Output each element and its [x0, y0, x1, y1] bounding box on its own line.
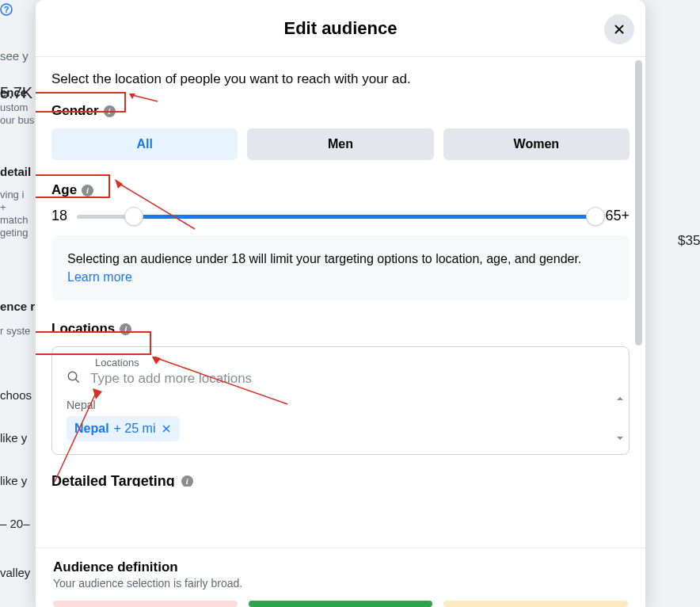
age-note-box: Selecting an audience under 18 will limi… [51, 235, 630, 300]
bg-text: like y [0, 474, 27, 487]
info-icon[interactable]: i [82, 185, 93, 197]
close-icon [612, 22, 626, 36]
bg-text: valley [0, 566, 30, 579]
bg-text: ence r [0, 300, 35, 313]
learn-more-link[interactable]: Learn more [67, 270, 132, 284]
gender-women-button[interactable]: Women [443, 128, 630, 160]
locations-field-label: Locations [95, 357, 614, 368]
gender-options: All Men Women [51, 128, 630, 160]
age-slider-row: 18 65+ [51, 208, 630, 224]
detailed-targeting-row: Detailed Targeting i [51, 475, 630, 487]
bg-text: detail [0, 165, 31, 178]
intro-text: Select the location of people you want t… [51, 71, 630, 87]
bg-text: + [0, 201, 6, 213]
svg-line-4 [132, 95, 158, 101]
location-chip[interactable]: Nepal + 25 mi [67, 416, 180, 441]
search-icon [67, 370, 81, 387]
locations-box: Locations Nepal Nepal + 25 mi [51, 346, 630, 455]
scrollbar[interactable] [635, 60, 642, 345]
gender-label: Gender [51, 103, 99, 119]
bg-text: match [0, 214, 28, 226]
age-min-value: 18 [51, 208, 67, 224]
bg-text: like y [0, 431, 27, 445]
bg-text: choos [0, 388, 32, 402]
svg-text:?: ? [4, 5, 10, 14]
help-icon: ? [0, 3, 13, 16]
modal-title: Edit audience [283, 18, 397, 39]
age-max-value: 65+ [605, 208, 630, 224]
bg-text: r syste [0, 325, 30, 337]
chip-name: Nepal [74, 422, 109, 436]
slider-handle-min[interactable] [124, 207, 143, 226]
age-slider[interactable] [77, 208, 595, 224]
bg-text: ving i [0, 189, 24, 200]
slider-fill [134, 215, 595, 219]
age-label: Age [51, 182, 77, 198]
bg-text: – 20– [0, 517, 30, 530]
meter-segment-specific [53, 601, 238, 607]
meter-segment-broad [443, 601, 628, 607]
chip-radius: + 25 mi [114, 422, 156, 436]
bg-text: ustom [0, 101, 28, 113]
bg-text: our bus [0, 114, 34, 126]
close-button[interactable] [604, 14, 634, 44]
age-label-row: Age i [51, 182, 630, 198]
slider-handle-max[interactable] [586, 207, 605, 226]
svg-line-3 [75, 380, 79, 384]
age-note-text: Selecting an audience under 18 will limi… [67, 252, 581, 265]
locations-input[interactable] [89, 370, 614, 387]
svg-marker-5 [129, 94, 135, 99]
gender-men-button[interactable]: Men [247, 128, 433, 160]
info-icon[interactable]: i [181, 475, 193, 487]
gender-all-button[interactable]: All [51, 128, 238, 160]
chevron-down-icon [616, 434, 624, 442]
bg-text: see y [0, 49, 29, 63]
locations-input-row [67, 370, 614, 387]
locations-label-row: Locations i [51, 321, 630, 337]
locations-label: Locations [51, 321, 115, 337]
info-icon[interactable]: i [120, 323, 131, 335]
edit-audience-modal: Edit audience Select the location of peo… [36, 0, 645, 607]
modal-body: Select the location of people you want t… [36, 57, 645, 548]
bg-text: geting [0, 227, 28, 239]
footer-title: Audience definition [53, 559, 628, 575]
bg-price: $35 [678, 233, 700, 249]
detailed-targeting-label: Detailed Targeting [51, 475, 175, 487]
meter-segment-good [249, 601, 433, 607]
locations-mini-scrollbar[interactable] [616, 395, 624, 442]
country-label: Nepal [67, 399, 614, 411]
modal-header: Edit audience [36, 0, 645, 57]
info-icon[interactable]: i [104, 105, 116, 117]
chip-remove-icon[interactable] [161, 423, 172, 434]
gender-label-row: Gender i [51, 103, 630, 119]
svg-point-2 [68, 372, 77, 381]
chevron-up-icon [616, 395, 624, 403]
footer-subtitle: Your audience selection is fairly broad. [53, 577, 628, 590]
audience-definition-footer: Audience definition Your audience select… [36, 548, 645, 607]
audience-meter [53, 601, 628, 607]
